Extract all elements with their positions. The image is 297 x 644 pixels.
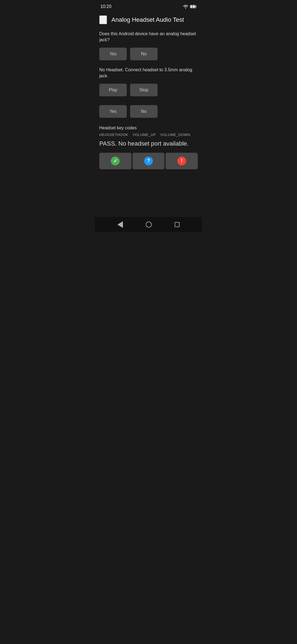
- battery-icon: [190, 5, 197, 9]
- nav-recents-button[interactable]: [172, 220, 182, 229]
- action-buttons-row: ✓ ? !: [99, 153, 198, 169]
- wifi-icon: [183, 4, 188, 9]
- fail-action-button[interactable]: !: [166, 153, 198, 169]
- recents-square-icon: [175, 222, 180, 227]
- top-bar: ← Analog Headset Audio Test: [95, 12, 202, 29]
- key-code-hook: HEADSETHOOK: [99, 133, 128, 137]
- back-button[interactable]: ←: [99, 15, 107, 24]
- svg-rect-1: [196, 6, 197, 7]
- no-button-2[interactable]: No: [130, 105, 158, 118]
- pass-icon: ✓: [111, 157, 120, 165]
- key-code-volume-down: VOLUME_DOWN: [160, 133, 190, 137]
- nav-back-button[interactable]: [115, 219, 125, 230]
- help-icon: ?: [144, 157, 153, 165]
- key-codes-label: Headset key codes: [99, 125, 198, 130]
- play-button[interactable]: Play: [99, 84, 127, 96]
- headset-question: Does this Android device have an analog …: [99, 31, 198, 43]
- pass-action-button[interactable]: ✓: [99, 153, 131, 169]
- help-action-button[interactable]: ?: [133, 153, 165, 169]
- no-button-1[interactable]: No: [130, 48, 158, 60]
- status-time: 10:20: [100, 4, 111, 9]
- headset-instruction: No Headset. Connect headset to 3.5mm ana…: [99, 67, 198, 79]
- back-triangle-icon: [117, 221, 123, 228]
- yes-button-2[interactable]: Yes: [99, 105, 127, 118]
- fail-icon: !: [177, 157, 186, 165]
- status-icons: [183, 4, 197, 9]
- status-bar: 10:20: [95, 0, 202, 12]
- yes-no-buttons-1: Yes No: [99, 48, 198, 60]
- key-code-volume-up: VOLUME_UP: [133, 133, 156, 137]
- home-circle-icon: [146, 222, 152, 228]
- page-title: Analog Headset Audio Test: [111, 16, 184, 23]
- content-area: Does this Android device have an analog …: [95, 29, 202, 217]
- key-codes-row: HEADSETHOOK VOLUME_UP VOLUME_DOWN: [99, 133, 198, 137]
- pass-status-text: PASS. No headset port available.: [99, 140, 198, 147]
- nav-home-button[interactable]: [144, 219, 154, 230]
- nav-bar: [95, 217, 202, 232]
- play-stop-buttons: Play Stop: [99, 84, 198, 96]
- yes-button-1[interactable]: Yes: [99, 48, 127, 60]
- stop-button[interactable]: Stop: [130, 84, 158, 96]
- yes-no-buttons-2: Yes No: [99, 105, 198, 118]
